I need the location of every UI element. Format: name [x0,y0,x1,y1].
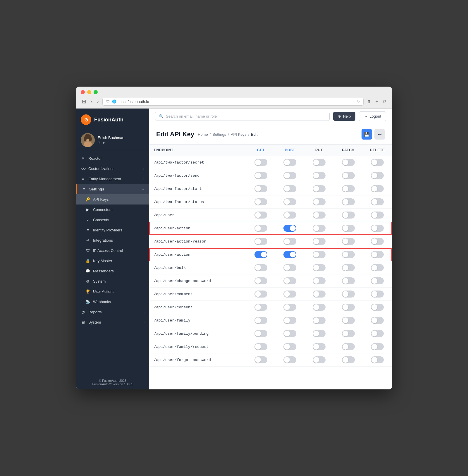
toggle-delete-cell[interactable] [363,261,392,274]
toggle-put[interactable] [313,343,326,350]
toggle-put-cell[interactable] [304,288,334,301]
toggle-patch[interactable] [342,198,355,205]
share-btn[interactable]: ⬆ [366,98,372,106]
toggle-put[interactable] [313,212,326,219]
toggle-put[interactable] [313,317,326,324]
toggle-post-cell[interactable] [276,235,305,248]
toggle-put-cell[interactable] [304,274,334,288]
toggle-post[interactable] [283,291,296,298]
toggle-patch[interactable] [342,343,355,350]
toggle-put[interactable] [313,304,326,311]
toggle-post[interactable] [283,304,296,311]
toggle-delete-cell[interactable] [363,314,392,327]
sidebar-item-system-main[interactable]: 🖥 System › [76,317,149,327]
toggle-get-cell[interactable] [246,301,276,314]
toggle-delete-cell[interactable] [363,209,392,222]
toggle-put[interactable] [313,159,326,166]
toggle-put-cell[interactable] [304,195,334,209]
sidebar-item-connectors[interactable]: ▶ Connectors [76,205,149,215]
toggle-post[interactable] [283,238,296,245]
nav-back-btn[interactable]: ‹ [90,98,94,105]
toggle-get[interactable] [254,238,267,245]
toggle-get-cell[interactable] [246,340,276,353]
toggle-get[interactable] [254,317,267,324]
toggle-put-cell[interactable] [304,169,334,182]
toggle-put[interactable] [313,198,326,205]
toggle-get[interactable] [254,356,267,363]
toggle-patch[interactable] [342,212,355,219]
toggle-post-cell[interactable] [276,288,305,301]
toggle-delete-cell[interactable] [363,274,392,288]
toggle-put-cell[interactable] [304,182,334,195]
toggle-delete-cell[interactable] [363,248,392,261]
toggle-patch-cell[interactable] [334,314,363,327]
toggle-put[interactable] [313,225,326,232]
tabs-btn[interactable]: ⧉ [382,98,387,105]
toggle-patch[interactable] [342,225,355,232]
toggle-get[interactable] [254,225,267,232]
help-button[interactable]: ⊙ Help [333,112,355,121]
toggle-put[interactable] [313,185,326,192]
toggle-put-cell[interactable] [304,353,334,367]
toggle-put[interactable] [313,251,326,258]
toggle-post[interactable] [283,212,296,219]
toggle-put[interactable] [313,291,326,298]
breadcrumb-api-keys[interactable]: API Keys [231,132,246,137]
sidebar-item-webhooks[interactable]: 📡 Webhooks [76,297,149,307]
toggle-put-cell[interactable] [304,156,334,169]
toggle-get-cell[interactable] [246,222,276,235]
toggle-get-cell[interactable] [246,195,276,209]
traffic-light-yellow[interactable] [87,90,91,94]
toggle-post[interactable] [283,159,296,166]
toggle-patch-cell[interactable] [334,340,363,353]
toggle-post-cell[interactable] [276,195,305,209]
sidebar-item-reactor[interactable]: ⚛ Reactor [76,153,149,164]
toggle-patch[interactable] [342,304,355,311]
toggle-put-cell[interactable] [304,222,334,235]
toggle-post-cell[interactable] [276,314,305,327]
search-placeholder[interactable]: Search on email, name or role [166,114,217,118]
toggle-get[interactable] [254,343,267,350]
toggle-put-cell[interactable] [304,301,334,314]
toggle-post-cell[interactable] [276,274,305,288]
toggle-post-cell[interactable] [276,327,305,340]
toggle-get[interactable] [254,251,267,258]
toggle-post-cell[interactable] [276,261,305,274]
toggle-delete[interactable] [371,172,384,179]
back-button[interactable]: ↩ [374,129,385,140]
toggle-post[interactable] [283,356,296,363]
refresh-icon[interactable]: ↻ [357,100,360,104]
sidebar-item-customizations[interactable]: </> Customizations › [76,164,149,174]
toggle-delete[interactable] [371,264,384,271]
toggle-get-cell[interactable] [246,327,276,340]
toggle-post-cell[interactable] [276,222,305,235]
traffic-light-green[interactable] [94,90,98,94]
toggle-get[interactable] [254,304,267,311]
toggle-get-cell[interactable] [246,248,276,261]
nav-forward-btn[interactable]: › [96,98,100,105]
toggle-delete[interactable] [371,356,384,363]
toggle-delete[interactable] [371,277,384,284]
toggle-delete-cell[interactable] [363,182,392,195]
toggle-get-cell[interactable] [246,209,276,222]
toggle-patch[interactable] [342,264,355,271]
toggle-delete-cell[interactable] [363,288,392,301]
sidebar-item-key-master[interactable]: 🔒 Key Master [76,256,149,266]
toggle-post[interactable] [283,198,296,205]
toggle-patch[interactable] [342,251,355,258]
toggle-post-cell[interactable] [276,209,305,222]
toggle-delete-cell[interactable] [363,340,392,353]
sidebar-item-identity-providers[interactable]: ≡ Identity Providers [76,225,149,235]
toggle-patch-cell[interactable] [334,301,363,314]
new-tab-btn[interactable]: + [374,98,379,105]
toggle-delete-cell[interactable] [363,156,392,169]
sidebar-item-consents[interactable]: ✓ Consents [76,215,149,225]
toggle-get[interactable] [254,291,267,298]
toggle-get[interactable] [254,277,267,284]
toggle-post[interactable] [283,185,296,192]
toggle-get-cell[interactable] [246,314,276,327]
toggle-put[interactable] [313,330,326,337]
toggle-put[interactable] [313,356,326,363]
sidebar-item-user-actions[interactable]: 🏆 User Actions [76,286,149,297]
toggle-patch-cell[interactable] [334,274,363,288]
